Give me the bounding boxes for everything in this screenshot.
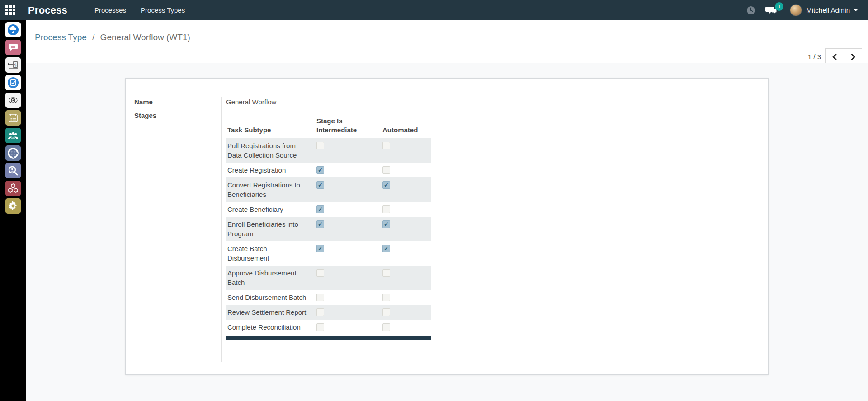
stages-table-header: Task Subtype Stage Is Intermediate Autom… [226, 111, 431, 138]
automated-checkbox-unchecked[interactable] [382, 166, 390, 174]
automated-cell [381, 165, 429, 175]
task-subtype-cell: Convert Registrations to Beneficiaries [226, 180, 315, 199]
table-horizontal-scrollbar[interactable] [226, 336, 431, 340]
stage-is-intermediate-cell: ✓ [315, 219, 381, 238]
stage-is-intermediate-checkbox-checked[interactable]: ✓ [316, 181, 324, 189]
chevron-right-icon [850, 54, 856, 60]
control-panel: Process Type / General Worflow (WT1) 1 /… [26, 20, 868, 63]
stage-row[interactable]: Complete Reconciliation [226, 320, 431, 335]
recruitment-app-icon[interactable] [5, 163, 21, 178]
stage-is-intermediate-cell: ✓ [315, 205, 381, 214]
apps-menu-icon[interactable] [5, 5, 16, 15]
column-header-automated: Automated [382, 126, 431, 135]
stage-is-intermediate-cell [315, 293, 381, 302]
stage-is-intermediate-checkbox-checked[interactable]: ✓ [316, 166, 324, 174]
breadcrumb-parent-link[interactable]: Process Type [35, 33, 87, 42]
user-avatar[interactable] [790, 4, 802, 16]
stage-is-intermediate-checkbox-unchecked[interactable] [316, 323, 324, 331]
automated-checkbox-unchecked[interactable] [382, 294, 390, 301]
stage-row[interactable]: Review Settlement Report [226, 305, 431, 320]
stage-row[interactable]: Convert Registrations to Beneficiaries✓✓ [226, 177, 431, 202]
automated-checkbox-unchecked[interactable] [382, 205, 390, 213]
navbar-right-cluster: 1 Mitchell Admin [736, 4, 868, 16]
chevron-left-icon [832, 54, 837, 60]
stages-table: Task Subtype Stage Is Intermediate Autom… [226, 111, 431, 340]
stage-row[interactable]: Create Beneficiary✓ [226, 202, 431, 217]
settings-app-icon[interactable] [5, 198, 21, 214]
helpdesk-app-icon[interactable] [5, 145, 21, 161]
svg-text:$: $ [14, 63, 16, 67]
calendar-app-icon[interactable] [5, 110, 21, 126]
task-subtype-cell: Send Disbursement Batch [226, 293, 315, 302]
automated-cell [381, 268, 429, 287]
chevron-down-icon[interactable] [854, 9, 858, 11]
top-navbar: Process Processes Process Types 1 Mitche… [0, 0, 868, 20]
stage-row[interactable]: Create Registration✓ [226, 163, 431, 177]
contacts-app-icon[interactable] [5, 128, 21, 143]
stage-is-intermediate-cell: ✓ [315, 244, 381, 263]
stage-is-intermediate-checkbox-unchecked[interactable] [316, 308, 324, 316]
pager-next-button[interactable] [844, 48, 862, 65]
app-sidebar: $ [0, 20, 26, 401]
messages-chat-icon[interactable]: 1 [765, 5, 777, 15]
task-subtype-cell: Review Settlement Report [226, 308, 315, 317]
breadcrumb-current: General Worflow (WT1) [100, 33, 190, 42]
name-field-value: General Worflow [226, 98, 276, 106]
stage-is-intermediate-checkbox-checked[interactable]: ✓ [316, 220, 324, 228]
automated-checkbox-checked[interactable]: ✓ [382, 181, 390, 189]
cloud-sync-app-icon[interactable] [5, 22, 21, 37]
task-subtype-cell: Enroll Beneficiaries into Program [226, 219, 315, 238]
stage-is-intermediate-checkbox-unchecked[interactable] [316, 269, 324, 277]
stage-is-intermediate-cell [315, 308, 381, 317]
cycle-app-icon[interactable] [5, 93, 21, 108]
task-subtype-cell: Approve Disbursement Batch [226, 268, 315, 287]
stage-is-intermediate-cell [315, 141, 381, 160]
stage-is-intermediate-cell: ✓ [315, 165, 381, 175]
column-header-task-subtype: Task Subtype [226, 126, 316, 135]
stage-is-intermediate-checkbox-unchecked[interactable] [316, 142, 324, 149]
stage-is-intermediate-cell: ✓ [315, 180, 381, 199]
payments-app-icon[interactable]: $ [5, 57, 21, 73]
automated-cell [381, 141, 429, 160]
stage-row[interactable]: Create Batch Disbursement✓✓ [226, 241, 431, 266]
stage-is-intermediate-cell [315, 322, 381, 332]
record-pager: 1 / 3 [808, 48, 862, 65]
inventory-app-icon[interactable] [5, 181, 21, 196]
automated-checkbox-unchecked[interactable] [382, 308, 390, 316]
automated-checkbox-unchecked[interactable] [382, 323, 390, 331]
automated-checkbox-unchecked[interactable] [382, 142, 390, 149]
process-type-form-card: Name Stages General Worflow Task Subtype… [125, 78, 769, 375]
pager-previous-button[interactable] [825, 48, 844, 65]
task-subtype-cell: Create Registration [226, 165, 315, 175]
stage-is-intermediate-checkbox-unchecked[interactable] [316, 294, 324, 301]
automated-checkbox-checked[interactable]: ✓ [382, 220, 390, 228]
messages-count-badge: 1 [775, 2, 783, 11]
main-content: Name Stages General Worflow Task Subtype… [26, 63, 868, 401]
automated-checkbox-unchecked[interactable] [382, 269, 390, 277]
automated-cell [381, 322, 429, 332]
automated-checkbox-checked[interactable]: ✓ [382, 245, 390, 252]
stage-row[interactable]: Approve Disbursement Batch [226, 266, 431, 290]
stage-is-intermediate-checkbox-checked[interactable]: ✓ [316, 245, 324, 252]
stages-table-body: Pull Registrations from Data Collection … [226, 138, 431, 335]
tasks-app-icon[interactable] [5, 75, 21, 90]
user-menu[interactable]: Mitchell Admin [806, 6, 850, 14]
stage-row[interactable]: Pull Registrations from Data Collection … [226, 138, 431, 163]
menu-processes[interactable]: Processes [94, 6, 126, 14]
stage-row[interactable]: Enroll Beneficiaries into Program✓✓ [226, 217, 431, 241]
automated-cell [381, 205, 429, 214]
activities-clock-icon[interactable] [746, 6, 755, 15]
discuss-app-icon[interactable] [5, 40, 21, 55]
task-subtype-cell: Create Batch Disbursement [226, 244, 315, 263]
task-subtype-cell: Create Beneficiary [226, 205, 315, 214]
stages-field-label: Stages [134, 112, 156, 119]
stage-row[interactable]: Send Disbursement Batch [226, 290, 431, 305]
task-subtype-cell: Pull Registrations from Data Collection … [226, 141, 315, 160]
breadcrumb: Process Type / General Worflow (WT1) [35, 33, 190, 42]
stage-is-intermediate-checkbox-checked[interactable]: ✓ [316, 205, 324, 213]
app-title[interactable]: Process [28, 5, 67, 16]
breadcrumb-separator: / [92, 33, 94, 42]
automated-cell: ✓ [381, 244, 429, 263]
menu-process-types[interactable]: Process Types [141, 6, 185, 14]
automated-cell: ✓ [381, 219, 429, 238]
